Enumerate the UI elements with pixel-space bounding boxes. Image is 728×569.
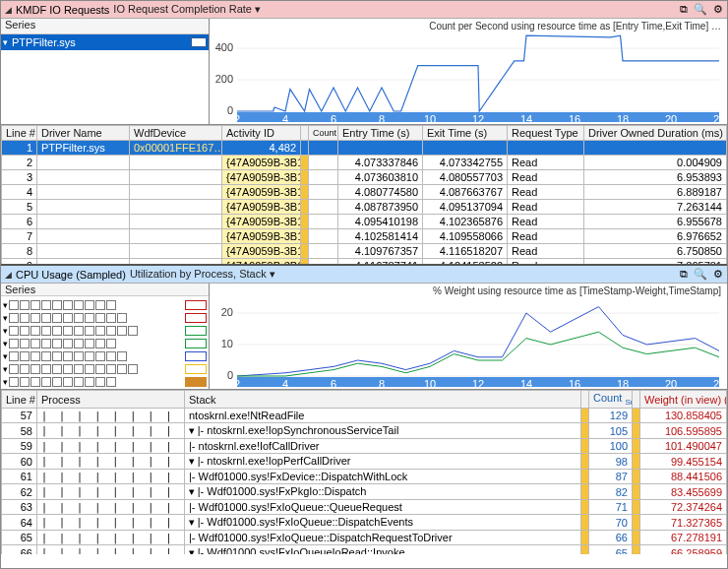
svg-text:4: 4 [282, 378, 288, 390]
series-header: Series [1, 19, 209, 34]
io-table[interactable]: Line # Driver Name WdfDevice Activity ID… [1, 125, 727, 266]
pane-header-io[interactable]: ◢ KMDF IO Requests IO Request Completion… [1, 1, 727, 19]
svg-text:10: 10 [221, 338, 233, 349]
filter-icon[interactable]: ⧉ [680, 3, 688, 16]
svg-text:200: 200 [215, 73, 233, 85]
table-row[interactable]: 4{47A9059B-3B1B-00…4.0807745804.08766376… [2, 185, 727, 200]
col-wdf[interactable]: WdfDevice [130, 126, 222, 141]
svg-text:8: 8 [379, 378, 385, 390]
pane-title: KMDF IO Requests [16, 4, 109, 16]
svg-text:22: 22 [713, 113, 725, 125]
table-row[interactable]: 64| | | | | | | | ▾ |- Wdf01000.sys!FxIo… [2, 515, 727, 531]
table-row[interactable]: 58| | | | | | | | ▾ |- ntoskrnl.exe!IopS… [2, 423, 727, 439]
svg-text:12: 12 [472, 113, 484, 125]
cpu-chart[interactable]: % Weight using resource time as [TimeSta… [210, 284, 727, 389]
table-row[interactable]: 59| | | | | | | | |- ntoskrnl.exe!IofCal… [2, 439, 727, 454]
svg-text:10: 10 [424, 113, 436, 125]
pane-header-cpu[interactable]: ◢ CPU Usage (Sampled) Utilization by Pro… [1, 266, 727, 284]
col-activity[interactable]: Activity ID [222, 126, 301, 141]
svg-text:4: 4 [282, 113, 288, 125]
series-item[interactable]: ▾ [3, 349, 207, 362]
series-panel: Series ▾ PTPFilter.sys [1, 19, 210, 124]
series-item[interactable]: ▾ [3, 298, 207, 311]
series-item[interactable]: ▾ [3, 311, 207, 324]
table-row[interactable]: 62| | | | | | | | ▾ |- Wdf01000.sys!FxPk… [2, 484, 727, 500]
collapse-icon[interactable]: ◢ [5, 5, 12, 15]
col-entry[interactable]: Entry Time (s) [338, 126, 423, 141]
table-row[interactable]: 3{47A9059B-3B1B-00…4.0736038104.08055770… [2, 170, 727, 185]
svg-text:12: 12 [472, 378, 484, 390]
svg-text:8: 8 [379, 113, 385, 125]
svg-text:20: 20 [665, 378, 677, 390]
table-row[interactable]: 8{47A9059B-3B1B-00…4.1097673574.11651820… [2, 244, 727, 259]
svg-text:2: 2 [234, 378, 240, 390]
series-item[interactable]: ▾ PTPFilter.sys [1, 34, 209, 50]
search-icon[interactable]: 🔍 [694, 268, 707, 281]
col-duration[interactable]: Driver Owned Duration (ms) [584, 126, 727, 141]
chart-note: Count per Second using resource time as … [429, 21, 721, 32]
svg-text:400: 400 [215, 41, 233, 53]
svg-text:20: 20 [665, 113, 677, 125]
series-header: Series [1, 284, 209, 296]
svg-text:18: 18 [617, 378, 629, 390]
table-row[interactable]: 2{47A9059B-3B1B-00…4.0733378464.07334275… [2, 156, 727, 170]
table-row[interactable]: 57| | | | | | | | ntoskrnl.exe!NtReadFil… [2, 409, 727, 423]
gear-icon[interactable]: ⚙ [713, 3, 723, 16]
svg-text:6: 6 [331, 378, 336, 390]
cpu-series-panel: Series ▾▾▾▾▾▾▾▾ [1, 284, 210, 389]
gear-icon[interactable]: ⚙ [713, 268, 723, 281]
svg-text:22: 22 [713, 378, 725, 390]
table-row[interactable]: 5{47A9059B-3B1B-00…4.0878739504.09513709… [2, 200, 727, 215]
col-line[interactable]: Line # [2, 391, 37, 409]
table-row[interactable]: 1PTPFilter.sys0x00001FFE167…4,482 [2, 141, 727, 156]
search-icon[interactable]: 🔍 [694, 3, 707, 16]
io-chart[interactable]: Count per Second using resource time as … [210, 19, 727, 124]
series-item[interactable]: ▾ [3, 324, 207, 337]
series-item[interactable]: ▾ [3, 337, 207, 349]
svg-text:18: 18 [617, 113, 629, 125]
col-count[interactable]: Count Sum [589, 391, 633, 409]
table-row[interactable]: 7{47A9059B-3B1B-00…4.1025814144.10955806… [2, 229, 727, 244]
col-line[interactable]: Line # [2, 126, 37, 141]
series-item[interactable]: ▾ [3, 362, 207, 375]
svg-text:2: 2 [234, 113, 240, 125]
col-process[interactable]: Process [37, 391, 185, 409]
chart-note: % Weight using resource time as [TimeSta… [433, 285, 721, 296]
gold-separator [633, 391, 640, 409]
col-weight[interactable]: Weight (in view) (… [640, 391, 727, 409]
chevron-down-icon[interactable]: ▾ [3, 37, 8, 47]
table-row[interactable]: 66| | | | | | | | ▾ |- Wdf01000.sys!FxIo… [2, 545, 727, 554]
cpu-chart-row: Series ▾▾▾▾▾▾▾▾ % Weight using resource … [1, 284, 727, 390]
col-count[interactable]: Count [309, 126, 338, 141]
col-exit[interactable]: Exit Time (s) [423, 126, 508, 141]
gold-separator [301, 126, 309, 141]
table-header-row: Line # Driver Name WdfDevice Activity ID… [2, 126, 727, 141]
table-row[interactable]: 63| | | | | | | | |- Wdf01000.sys!FxIoQu… [2, 500, 727, 515]
svg-text:0: 0 [227, 104, 233, 116]
series-item[interactable]: ▾ [3, 375, 207, 388]
pane-subtitle[interactable]: IO Request Completion Rate ▾ [113, 3, 261, 16]
svg-text:16: 16 [569, 378, 580, 390]
series-item[interactable]: ▾ [3, 388, 207, 389]
svg-text:14: 14 [520, 378, 532, 390]
io-chart-row: Series ▾ PTPFilter.sys Count per Second … [1, 19, 727, 125]
pane-subtitle[interactable]: Utilization by Process, Stack ▾ [130, 268, 275, 281]
svg-text:20: 20 [221, 306, 233, 318]
series-label: PTPFilter.sys [12, 36, 76, 48]
col-type[interactable]: Request Type [508, 126, 584, 141]
stack-table[interactable]: Line # Process Stack Count Sum Weight (i… [1, 390, 727, 554]
table-row[interactable]: 61| | | | | | | | |- Wdf01000.sys!FxDevi… [2, 470, 727, 484]
svg-text:0: 0 [227, 369, 233, 381]
table-row[interactable]: 60| | | | | | | | ▾ |- ntoskrnl.exe!IopP… [2, 454, 727, 470]
svg-text:6: 6 [331, 113, 336, 125]
filter-icon[interactable]: ⧉ [680, 268, 688, 281]
collapse-icon[interactable]: ◢ [5, 270, 12, 280]
table-row[interactable]: 6{47A9059B-3B1B-00…4.0954101984.10236587… [2, 215, 727, 229]
col-stack[interactable]: Stack [185, 391, 581, 409]
col-driver[interactable]: Driver Name [37, 126, 130, 141]
table-row[interactable]: 65| | | | | | | | |- Wdf01000.sys!FxIoQu… [2, 531, 727, 545]
table-header-row: Line # Process Stack Count Sum Weight (i… [2, 391, 727, 409]
svg-text:16: 16 [569, 113, 580, 125]
svg-text:10: 10 [424, 378, 436, 390]
table-row[interactable]: 9{47A9059B-3B1B-00…4.1167877414.12415352… [2, 259, 727, 267]
